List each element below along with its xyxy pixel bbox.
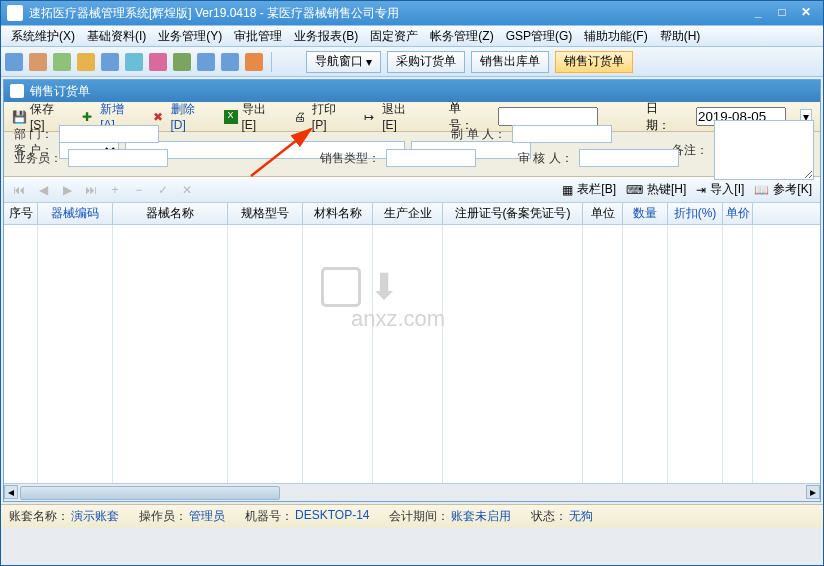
status-machine: 机器号：DESKTOP-14 (245, 508, 369, 525)
import-icon: ⇥ (696, 183, 706, 197)
grid-header: 序号器械编码器械名称规格型号材料名称生产企业注册证号(备案凭证号)单位数量折扣(… (4, 203, 820, 225)
nav-first-icon[interactable]: ⏮ (12, 183, 26, 197)
reference-button[interactable]: 📖参考[K] (754, 181, 812, 198)
status-operator: 操作员：管理员 (139, 508, 225, 525)
dept-input[interactable] (59, 125, 159, 143)
data-grid: 序号器械编码器械名称规格型号材料名称生产企业注册证号(备案凭证号)单位数量折扣(… (4, 203, 820, 483)
menu-asset[interactable]: 固定资产 (364, 26, 424, 47)
status-state: 状态：无狗 (531, 508, 593, 525)
auditor-input[interactable] (579, 149, 679, 167)
toolbar-separator (271, 52, 272, 72)
biaolan-button[interactable]: ▦表栏[B] (562, 181, 616, 198)
hotkey-button[interactable]: ⌨热键[H] (626, 181, 686, 198)
column-header[interactable]: 注册证号(备案凭证号) (443, 203, 583, 224)
export-icon: X (224, 110, 238, 124)
toolbar-icon-4[interactable] (77, 53, 95, 71)
main-toolbar: 导航窗口 ▾ 采购订货单 销售出库单 销售订货单 (1, 47, 823, 77)
ship-out-button[interactable]: 销售出库单 (471, 51, 549, 73)
sub-window-title: 销售订货单 (30, 83, 90, 100)
sub-window: 销售订货单 💾保存[S] ✚新增[A] ✖删除[D] X导出[E] 🖨打印[P]… (3, 79, 821, 502)
menu-approve[interactable]: 审批管理 (228, 26, 288, 47)
nav-last-icon[interactable]: ⏭ (84, 183, 98, 197)
toolbar-icon-8[interactable] (173, 53, 191, 71)
toolbar-icon-1[interactable] (5, 53, 23, 71)
maker-label: 制 单 人： (451, 126, 506, 143)
auditor-label: 审 核 人： (518, 150, 573, 167)
scroll-thumb[interactable] (20, 486, 280, 500)
print-icon: 🖨 (294, 110, 308, 124)
toolbar-icon-6[interactable] (125, 53, 143, 71)
app-window: 速拓医疗器械管理系统[辉煌版] Ver19.0418 - 某医疗器械销售公司专用… (0, 0, 824, 566)
toolbar-icon-5[interactable] (101, 53, 119, 71)
nav-del-icon[interactable]: − (132, 183, 146, 197)
import-button[interactable]: ⇥导入[I] (696, 181, 744, 198)
menu-basic[interactable]: 基础资料(I) (81, 26, 152, 47)
sales-type-input[interactable] (386, 149, 476, 167)
nav-cancel-icon[interactable]: ✕ (180, 183, 194, 197)
dept-label: 部 门： (14, 126, 53, 143)
nav-window-button[interactable]: 导航窗口 ▾ (306, 51, 381, 73)
toolbar-icon-10[interactable] (221, 53, 239, 71)
exit-button[interactable]: ↦退出[E] (364, 101, 420, 132)
nav-next-icon[interactable]: ▶ (60, 183, 74, 197)
menu-help[interactable]: 帮助(H) (654, 26, 707, 47)
maximize-button[interactable]: □ (771, 5, 793, 21)
sales-type-label: 销售类型： (320, 150, 380, 167)
status-period: 会计期间：账套未启用 (389, 508, 511, 525)
menu-business[interactable]: 业务管理(Y) (152, 26, 228, 47)
scroll-left-icon[interactable]: ◂ (4, 485, 18, 499)
toolbar-icon-7[interactable] (149, 53, 167, 71)
form-area: 客 户： 备注： 部 门： 制 单 人： 业务员： 销售类型： (4, 132, 820, 177)
title-bar: 速拓医疗器械管理系统[辉煌版] Ver19.0418 - 某医疗器械销售公司专用… (1, 1, 823, 25)
print-button[interactable]: 🖨打印[P] (294, 101, 350, 132)
toolbar-icon-9[interactable] (197, 53, 215, 71)
salesperson-input[interactable] (68, 149, 168, 167)
menu-report[interactable]: 业务报表(B) (288, 26, 364, 47)
horizontal-scrollbar[interactable]: ◂ ▸ (4, 483, 820, 501)
delete-button[interactable]: ✖删除[D] (153, 101, 210, 132)
toolbar-icon-3[interactable] (53, 53, 71, 71)
remark-textarea[interactable] (714, 120, 814, 180)
menu-system[interactable]: 系统维护(X) (5, 26, 81, 47)
grid-icon: ▦ (562, 183, 573, 197)
close-button[interactable]: ✕ (795, 5, 817, 21)
status-account: 账套名称：演示账套 (9, 508, 119, 525)
column-header[interactable]: 器械名称 (113, 203, 228, 224)
column-header[interactable]: 材料名称 (303, 203, 373, 224)
column-header[interactable]: 规格型号 (228, 203, 303, 224)
column-header[interactable]: 单价 (723, 203, 753, 224)
menu-aux[interactable]: 辅助功能(F) (578, 26, 653, 47)
window-title: 速拓医疗器械管理系统[辉煌版] Ver19.0418 - 某医疗器械销售公司专用 (29, 5, 745, 22)
status-bar: 账套名称：演示账套 操作员：管理员 机器号：DESKTOP-14 会计期间：账套… (1, 504, 823, 528)
column-header[interactable]: 器械编码 (38, 203, 113, 224)
toolbar-icon-2[interactable] (29, 53, 47, 71)
save-icon: 💾 (12, 110, 26, 124)
menu-gsp[interactable]: GSP管理(G) (500, 26, 579, 47)
sales-order-button[interactable]: 销售订货单 (555, 51, 633, 73)
nav-check-icon[interactable]: ✓ (156, 183, 170, 197)
grid-body (4, 225, 820, 483)
column-header[interactable]: 单位 (583, 203, 623, 224)
column-header[interactable]: 数量 (623, 203, 668, 224)
order-no-input[interactable] (498, 107, 598, 126)
nav-prev-icon[interactable]: ◀ (36, 183, 50, 197)
maker-input[interactable] (512, 125, 612, 143)
toolbar-icon-11[interactable] (245, 53, 263, 71)
purchase-order-button[interactable]: 采购订货单 (387, 51, 465, 73)
column-header[interactable]: 生产企业 (373, 203, 443, 224)
sub-window-icon (10, 84, 24, 98)
sales-label: 业务员： (14, 150, 62, 167)
plus-icon: ✚ (82, 110, 96, 124)
app-icon (7, 5, 23, 21)
minimize-button[interactable]: _ (747, 5, 769, 21)
menu-account[interactable]: 帐务管理(Z) (424, 26, 499, 47)
sub-title-bar: 销售订货单 (4, 80, 820, 102)
nav-add-icon[interactable]: + (108, 183, 122, 197)
keyboard-icon: ⌨ (626, 183, 643, 197)
column-header[interactable]: 序号 (4, 203, 38, 224)
scroll-right-icon[interactable]: ▸ (806, 485, 820, 499)
export-button[interactable]: X导出[E] (224, 101, 280, 132)
column-header[interactable]: 折扣(%) (668, 203, 723, 224)
book-icon: 📖 (754, 183, 769, 197)
exit-icon: ↦ (364, 110, 378, 124)
